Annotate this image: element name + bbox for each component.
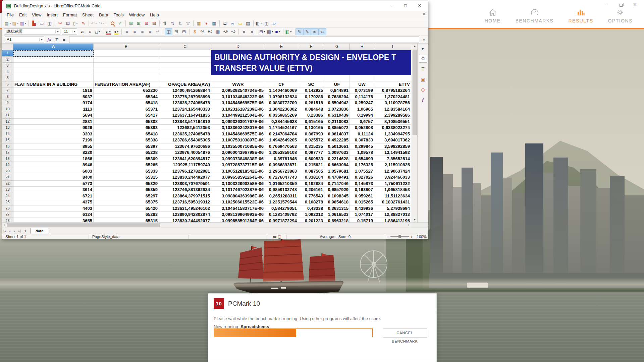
cell-C7[interactable]: 12400,4912668844 (159, 87, 211, 94)
clone-formatting-icon[interactable]: ✎ (79, 20, 87, 27)
insert-chart-icon[interactable]: ◕ (203, 20, 210, 27)
cell-D10[interactable]: 3,102316187239E-06 (211, 106, 265, 113)
cell-F28[interactable]: 0,201223 (298, 218, 324, 223)
menu-help[interactable]: Help (147, 11, 162, 18)
cell-F20[interactable]: 0,087505 (298, 168, 324, 175)
cell-E12[interactable]: 0,384445628 (265, 119, 298, 125)
border-style-icon[interactable]: ▦▼ (266, 28, 274, 35)
cell-F7[interactable]: 0,142925 (298, 87, 324, 94)
cell-C1[interactable] (159, 50, 211, 57)
cell-D24[interactable]: 3,098804363986E-06 (211, 193, 265, 199)
chevron-down-icon[interactable]: ▼ (271, 31, 274, 33)
chevron-down-icon[interactable]: ▼ (98, 31, 100, 33)
font-name-combo[interactable]: 微软雅黑 ▼ (4, 28, 60, 35)
cell-E8[interactable]: 1,0708132524 (265, 94, 298, 100)
cell-A4[interactable] (13, 69, 94, 75)
cell-F24[interactable]: 0,776543 (298, 193, 324, 199)
cell-A28[interactable]: 3655 (13, 218, 94, 223)
cell-A15[interactable]: 7199 (13, 137, 94, 143)
cell-G6[interactable]: UF (324, 81, 350, 88)
sum-icon[interactable]: Σ (53, 37, 60, 42)
cell-C3[interactable] (159, 63, 211, 69)
sort-icon[interactable]: ⇅ (176, 20, 184, 27)
freeform-line-icon[interactable]: ✎ (303, 28, 311, 35)
cell-H6[interactable]: UW (350, 81, 374, 88)
cell-A2[interactable] (13, 57, 94, 63)
cell-G27[interactable]: 1,0616533 (324, 212, 350, 218)
cell-E15[interactable]: 1,4942649205 (265, 137, 298, 143)
gallery-icon[interactable]: ▣ (419, 75, 427, 83)
column-header-H[interactable]: H (350, 44, 374, 50)
column-header-C[interactable]: C (159, 44, 211, 50)
properties-icon[interactable]: ⚙ (419, 55, 427, 63)
insert-image-icon[interactable]: ▦ (195, 20, 203, 27)
cell-B16[interactable]: 65397 (94, 143, 159, 150)
cell-G19[interactable]: 0,6663084 (324, 162, 350, 168)
cell-I24[interactable]: 11,51123634 (374, 193, 411, 199)
cell-A13[interactable]: 9926 (13, 125, 94, 131)
chevron-down-icon[interactable]: ▼ (55, 30, 60, 33)
cell-C18[interactable]: 123841,620894517 (159, 156, 211, 162)
menu-view[interactable]: View (29, 11, 44, 18)
cell-I9[interactable]: 3,110978756 (374, 100, 411, 106)
cell-B13[interactable]: 65393 (94, 125, 159, 131)
cell-C8[interactable]: 123775,287998898 (159, 94, 211, 100)
row-header-19[interactable]: 19 (2, 162, 13, 168)
print-preview-icon[interactable]: ◫ (46, 20, 53, 27)
cell-H9[interactable]: 0,259247 (350, 100, 374, 106)
column-header-G[interactable]: G (324, 44, 350, 50)
cell-C15[interactable]: 123786,654305305 (159, 137, 211, 143)
cell-I18[interactable]: 7,85652514 (374, 156, 411, 162)
scroll-left-icon[interactable]: ‹ (2, 223, 7, 228)
cell-E27[interactable]: 0,1281409792 (265, 212, 298, 218)
cell-F23[interactable]: 0,206161 (298, 187, 324, 193)
row-header-3[interactable]: 3 (2, 63, 13, 69)
cell-I22[interactable]: 1,750611222 (374, 181, 411, 187)
merge-cells-icon[interactable]: ⊞ (172, 28, 180, 35)
cell-D23[interactable]: 3,101746702387E-06 (211, 187, 265, 193)
cell-F6[interactable]: SC (298, 81, 324, 88)
align-center-icon[interactable]: ≡ (131, 28, 139, 35)
cell-I12[interactable]: 8,108536551 (374, 119, 411, 125)
zoom-slider[interactable] (390, 236, 409, 237)
cell-E22[interactable]: 1,0165210359 (265, 181, 298, 187)
cell-H10[interactable]: 1,06965 (350, 106, 374, 113)
font-color-icon[interactable]: a▼ (105, 28, 112, 35)
cut-icon[interactable]: ✂ (56, 20, 64, 27)
cell-G16[interactable]: 0,5013661 (324, 143, 350, 150)
cell-F17[interactable]: 0,097777 (298, 149, 324, 156)
cell-D17[interactable]: 3,096004396798E-06 (211, 149, 265, 156)
cell-D19[interactable]: 3,097285737715E-06 (211, 162, 265, 168)
cell-A24[interactable]: 6721 (13, 193, 94, 199)
cell-G15[interactable]: 0,4922285 (324, 137, 350, 143)
number-format-icon[interactable]: 0,0 (206, 28, 214, 35)
select-all-corner[interactable] (2, 44, 13, 50)
merge-center-cells-icon[interactable]: ◫ (165, 28, 172, 35)
cell-F8[interactable]: 0,170286 (298, 94, 324, 100)
row-header-5[interactable]: 5 (2, 75, 13, 81)
row-header-2[interactable]: 2 (2, 57, 13, 63)
cell-C22[interactable]: 123803,707679591 (159, 181, 211, 187)
cell-I16[interactable]: 3,598292859 (374, 143, 411, 150)
cell-C26[interactable]: 123631,495246102 (159, 205, 211, 212)
cell-B19[interactable]: 65265 (94, 162, 159, 168)
cell-F14[interactable]: 0,867993 (298, 131, 324, 137)
cell-I23[interactable]: 1,965818453 (374, 187, 411, 193)
cell-G12[interactable]: 0,2110083 (324, 119, 350, 125)
cell-I5[interactable] (374, 75, 411, 81)
cell-B7[interactable]: 652230 (94, 87, 159, 94)
cell-D5[interactable] (211, 75, 265, 81)
chevron-down-icon[interactable]: ▼ (9, 22, 11, 24)
sidebar-settings-icon[interactable]: ▸ (419, 44, 427, 52)
cell-C21[interactable]: 123830,244492077 (159, 174, 211, 181)
cell-A26[interactable]: 4403 (13, 205, 94, 212)
row-header-24[interactable]: 24 (2, 193, 13, 199)
cell-D8[interactable]: 3,101034846323E-06 (211, 94, 265, 100)
export-pdf-icon[interactable]: ▙ (30, 20, 38, 27)
open-folder-icon[interactable]: ▨▼ (12, 20, 19, 27)
cell-A27[interactable]: 6124 (13, 212, 94, 218)
cell-D6[interactable]: WWR (211, 81, 265, 88)
cell-I11[interactable]: 2,399289586 (374, 112, 411, 119)
cell-G17[interactable]: 1,0097633 (324, 149, 350, 156)
cell-F18[interactable]: 0,600533 (298, 156, 324, 162)
